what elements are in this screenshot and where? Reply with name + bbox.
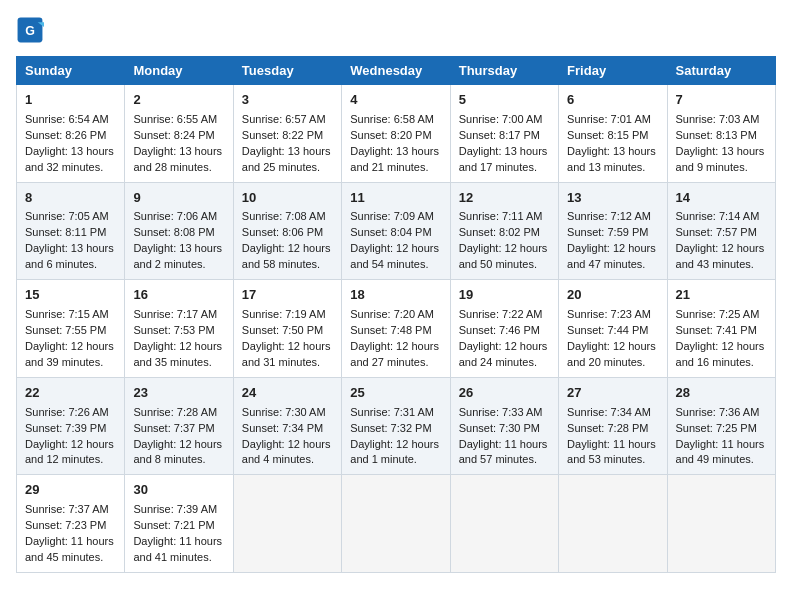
- day-info: and 27 minutes.: [350, 355, 441, 371]
- day-info: Daylight: 13 hours: [133, 241, 224, 257]
- day-info: Sunrise: 7:23 AM: [567, 307, 658, 323]
- day-info: Sunset: 8:15 PM: [567, 128, 658, 144]
- calendar-cell: 30Sunrise: 7:39 AMSunset: 7:21 PMDayligh…: [125, 475, 233, 573]
- day-info: Sunset: 7:32 PM: [350, 421, 441, 437]
- calendar-table: SundayMondayTuesdayWednesdayThursdayFrid…: [16, 56, 776, 573]
- day-number: 2: [133, 91, 224, 110]
- day-info: Sunrise: 7:33 AM: [459, 405, 550, 421]
- day-info: and 9 minutes.: [676, 160, 767, 176]
- calendar-cell: 11Sunrise: 7:09 AMSunset: 8:04 PMDayligh…: [342, 182, 450, 280]
- day-number: 3: [242, 91, 333, 110]
- day-number: 1: [25, 91, 116, 110]
- day-info: Sunset: 7:48 PM: [350, 323, 441, 339]
- header-monday: Monday: [125, 57, 233, 85]
- day-number: 23: [133, 384, 224, 403]
- day-info: Daylight: 12 hours: [350, 437, 441, 453]
- calendar-cell: 1Sunrise: 6:54 AMSunset: 8:26 PMDaylight…: [17, 85, 125, 183]
- day-info: Sunset: 8:11 PM: [25, 225, 116, 241]
- day-info: Sunrise: 7:26 AM: [25, 405, 116, 421]
- day-info: Sunset: 7:53 PM: [133, 323, 224, 339]
- day-info: Sunset: 8:20 PM: [350, 128, 441, 144]
- calendar-week-row: 22Sunrise: 7:26 AMSunset: 7:39 PMDayligh…: [17, 377, 776, 475]
- day-info: and 12 minutes.: [25, 452, 116, 468]
- day-number: 26: [459, 384, 550, 403]
- day-info: Sunset: 8:02 PM: [459, 225, 550, 241]
- day-info: Sunset: 7:25 PM: [676, 421, 767, 437]
- day-number: 13: [567, 189, 658, 208]
- calendar-cell: 12Sunrise: 7:11 AMSunset: 8:02 PMDayligh…: [450, 182, 558, 280]
- day-info: Daylight: 12 hours: [676, 241, 767, 257]
- day-info: Sunset: 7:57 PM: [676, 225, 767, 241]
- day-info: and 13 minutes.: [567, 160, 658, 176]
- day-info: Daylight: 11 hours: [676, 437, 767, 453]
- day-number: 19: [459, 286, 550, 305]
- day-number: 4: [350, 91, 441, 110]
- calendar-cell: 22Sunrise: 7:26 AMSunset: 7:39 PMDayligh…: [17, 377, 125, 475]
- day-info: Sunrise: 7:03 AM: [676, 112, 767, 128]
- day-info: and 58 minutes.: [242, 257, 333, 273]
- calendar-cell: 15Sunrise: 7:15 AMSunset: 7:55 PMDayligh…: [17, 280, 125, 378]
- day-info: Sunrise: 7:36 AM: [676, 405, 767, 421]
- day-info: Sunset: 7:41 PM: [676, 323, 767, 339]
- day-info: Sunrise: 7:12 AM: [567, 209, 658, 225]
- day-info: and 2 minutes.: [133, 257, 224, 273]
- day-number: 8: [25, 189, 116, 208]
- calendar-cell: 17Sunrise: 7:19 AMSunset: 7:50 PMDayligh…: [233, 280, 341, 378]
- day-info: Sunrise: 7:11 AM: [459, 209, 550, 225]
- day-info: Daylight: 13 hours: [350, 144, 441, 160]
- calendar-cell: 3Sunrise: 6:57 AMSunset: 8:22 PMDaylight…: [233, 85, 341, 183]
- day-info: and 21 minutes.: [350, 160, 441, 176]
- day-info: Sunset: 7:21 PM: [133, 518, 224, 534]
- day-info: and 28 minutes.: [133, 160, 224, 176]
- day-info: and 50 minutes.: [459, 257, 550, 273]
- day-info: Sunset: 7:28 PM: [567, 421, 658, 437]
- day-number: 11: [350, 189, 441, 208]
- calendar-cell: 6Sunrise: 7:01 AMSunset: 8:15 PMDaylight…: [559, 85, 667, 183]
- calendar-cell: 4Sunrise: 6:58 AMSunset: 8:20 PMDaylight…: [342, 85, 450, 183]
- calendar-week-row: 8Sunrise: 7:05 AMSunset: 8:11 PMDaylight…: [17, 182, 776, 280]
- day-info: Daylight: 12 hours: [567, 339, 658, 355]
- day-info: Daylight: 12 hours: [133, 339, 224, 355]
- day-info: Sunrise: 7:15 AM: [25, 307, 116, 323]
- day-number: 25: [350, 384, 441, 403]
- day-info: Sunrise: 7:20 AM: [350, 307, 441, 323]
- day-number: 29: [25, 481, 116, 500]
- day-info: Sunrise: 7:08 AM: [242, 209, 333, 225]
- day-info: Daylight: 12 hours: [242, 339, 333, 355]
- header-thursday: Thursday: [450, 57, 558, 85]
- day-info: Daylight: 13 hours: [25, 241, 116, 257]
- calendar-cell: 2Sunrise: 6:55 AMSunset: 8:24 PMDaylight…: [125, 85, 233, 183]
- day-info: Daylight: 11 hours: [25, 534, 116, 550]
- header-friday: Friday: [559, 57, 667, 85]
- day-info: Sunset: 8:06 PM: [242, 225, 333, 241]
- calendar-cell: [342, 475, 450, 573]
- day-info: and 31 minutes.: [242, 355, 333, 371]
- day-info: and 24 minutes.: [459, 355, 550, 371]
- day-info: Sunrise: 7:31 AM: [350, 405, 441, 421]
- day-number: 27: [567, 384, 658, 403]
- day-info: Sunset: 8:17 PM: [459, 128, 550, 144]
- day-info: Sunrise: 7:14 AM: [676, 209, 767, 225]
- day-info: Daylight: 11 hours: [133, 534, 224, 550]
- calendar-cell: 13Sunrise: 7:12 AMSunset: 7:59 PMDayligh…: [559, 182, 667, 280]
- day-info: Sunset: 8:24 PM: [133, 128, 224, 144]
- day-info: Daylight: 12 hours: [242, 241, 333, 257]
- header-saturday: Saturday: [667, 57, 775, 85]
- day-info: and 57 minutes.: [459, 452, 550, 468]
- calendar-cell: 23Sunrise: 7:28 AMSunset: 7:37 PMDayligh…: [125, 377, 233, 475]
- day-number: 21: [676, 286, 767, 305]
- day-info: Daylight: 13 hours: [676, 144, 767, 160]
- day-info: Sunrise: 6:58 AM: [350, 112, 441, 128]
- day-info: Sunset: 7:34 PM: [242, 421, 333, 437]
- day-info: Daylight: 12 hours: [567, 241, 658, 257]
- day-info: and 49 minutes.: [676, 452, 767, 468]
- day-number: 22: [25, 384, 116, 403]
- day-info: Sunrise: 7:30 AM: [242, 405, 333, 421]
- day-info: Sunrise: 7:39 AM: [133, 502, 224, 518]
- day-info: Sunrise: 6:57 AM: [242, 112, 333, 128]
- day-info: Sunset: 7:44 PM: [567, 323, 658, 339]
- day-number: 18: [350, 286, 441, 305]
- day-number: 17: [242, 286, 333, 305]
- day-info: Daylight: 12 hours: [350, 241, 441, 257]
- day-info: and 32 minutes.: [25, 160, 116, 176]
